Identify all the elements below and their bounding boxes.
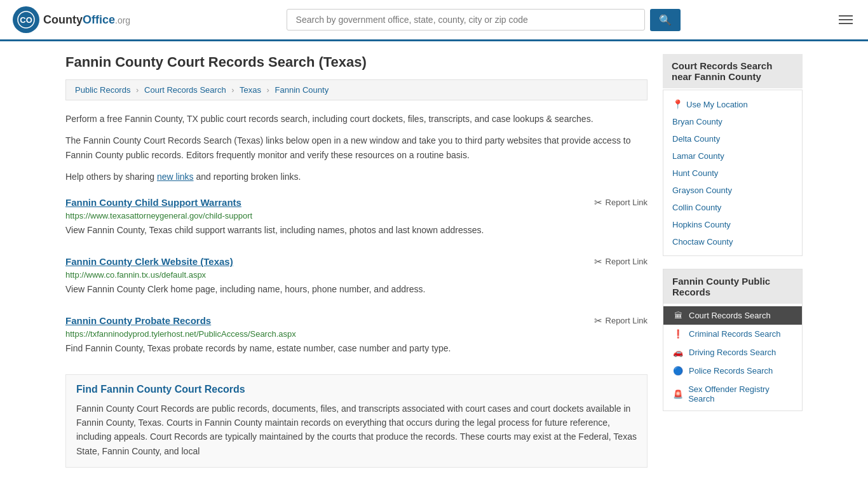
result-item: Fannin County Clerk Website (Texas) ✂ Re… xyxy=(65,256,648,302)
breadcrumb-texas[interactable]: Texas xyxy=(240,85,261,95)
result-link-0[interactable]: Fannin County Child Support Warrants xyxy=(65,197,241,208)
sidebar-record-driving[interactable]: 🚗 Driving Records Search xyxy=(663,343,802,362)
sidebar-item-hunt[interactable]: Hunt County xyxy=(663,165,802,182)
result-item: Fannin County Probate Records ✂ Report L… xyxy=(65,315,648,362)
description-2: The Fannin County Court Records Search (… xyxy=(65,133,648,162)
new-links[interactable]: new links xyxy=(157,172,194,182)
description-3: Help others by sharing new links and rep… xyxy=(65,170,648,184)
logo[interactable]: CO CountyOffice.org xyxy=(13,6,130,33)
result-link-1[interactable]: Fannin County Clerk Website (Texas) xyxy=(65,256,233,267)
breadcrumb-fannin[interactable]: Fannin County xyxy=(275,85,329,95)
result-title-row: Fannin County Probate Records ✂ Report L… xyxy=(65,315,648,327)
menu-icon-line xyxy=(839,15,853,17)
result-desc-2: Find Fannin County, Texas probate record… xyxy=(65,342,648,355)
sidebar-item-lamar[interactable]: Lamar County xyxy=(663,147,802,165)
sidebar-public: Fannin County Public Records 🏛 Court Rec… xyxy=(663,269,803,411)
description-3-prefix: Help others by sharing xyxy=(65,172,157,182)
report-icon: ✂ xyxy=(594,256,602,268)
logo-text: CountyOffice.org xyxy=(43,13,130,27)
sidebar-item-grayson[interactable]: Grayson County xyxy=(663,182,802,199)
report-icon: ✂ xyxy=(594,197,602,208)
report-label-1: Report Link xyxy=(606,257,648,266)
site-header: CO CountyOffice.org 🔍 xyxy=(0,0,868,41)
report-label-0: Report Link xyxy=(606,198,648,207)
breadcrumb-public-records[interactable]: Public Records xyxy=(75,85,130,95)
sidebar-public-header: Fannin County Public Records xyxy=(663,269,802,304)
result-desc-1: View Fannin County Clerk home page, incl… xyxy=(65,283,648,296)
sidebar-record-criminal[interactable]: ❗ Criminal Records Search xyxy=(663,325,802,343)
sidebar-item-bryan[interactable]: Bryan County xyxy=(663,113,802,130)
logo-icon: CO xyxy=(13,6,39,33)
sidebar-record-sex-offender-link[interactable]: Sex Offender Registry Search xyxy=(688,384,793,403)
sidebar-item-choctaw[interactable]: Choctaw County xyxy=(663,233,802,250)
page-title: Fannin County Court Records Search (Texa… xyxy=(65,54,648,71)
svg-text:CO: CO xyxy=(20,15,32,25)
find-desc: Fannin County Court Records are public r… xyxy=(76,402,637,459)
description-1: Perform a free Fannin County, TX public … xyxy=(65,112,648,126)
sidebar-item-hopkins[interactable]: Hopkins County xyxy=(663,216,802,233)
sex-offender-icon: 🚨 xyxy=(672,390,683,399)
description-3-suffix: and reporting broken links. xyxy=(194,172,301,182)
search-input[interactable] xyxy=(287,9,645,30)
report-label-2: Report Link xyxy=(606,316,648,325)
search-area: 🔍 xyxy=(287,9,681,31)
report-link-2[interactable]: ✂ Report Link xyxy=(594,315,648,327)
result-url-2: https://txfanninodyprod.tylerhost.net/Pu… xyxy=(65,329,648,339)
sidebar-record-court[interactable]: 🏛 Court Records Search xyxy=(663,306,802,325)
breadcrumb-sep: › xyxy=(267,85,269,95)
sidebar-record-court-link[interactable]: Court Records Search xyxy=(689,311,771,320)
menu-button[interactable] xyxy=(836,13,855,27)
menu-icon-line xyxy=(839,19,853,20)
find-title: Find Fannin County Court Records xyxy=(76,384,637,395)
result-url-0: https://www.texasattorneygeneral.gov/chi… xyxy=(65,211,648,220)
driving-icon: 🚗 xyxy=(672,348,684,357)
page-container: Fannin County Court Records Search (Texa… xyxy=(53,41,815,480)
sidebar-record-police-link[interactable]: Police Records Search xyxy=(689,366,773,376)
result-title-row: Fannin County Clerk Website (Texas) ✂ Re… xyxy=(65,256,648,268)
sidebar-record-items: 🏛 Court Records Search ❗ Criminal Record… xyxy=(663,304,802,410)
use-location-label: Use My Location xyxy=(686,100,748,109)
breadcrumb-sep: › xyxy=(231,85,234,95)
sidebar-record-sex-offender[interactable]: 🚨 Sex Offender Registry Search xyxy=(663,380,802,408)
sidebar-item-collin[interactable]: Collin County xyxy=(663,199,802,216)
sidebar-item-delta[interactable]: Delta County xyxy=(663,130,802,147)
report-icon: ✂ xyxy=(594,315,602,327)
menu-icon-line xyxy=(839,23,853,24)
location-icon: 📍 xyxy=(672,99,683,109)
report-link-0[interactable]: ✂ Report Link xyxy=(594,197,648,208)
result-desc-0: View Fannin County, Texas child support … xyxy=(65,224,648,237)
main-content: Fannin County Court Records Search (Texa… xyxy=(65,54,648,468)
report-link-1[interactable]: ✂ Report Link xyxy=(594,256,648,268)
police-icon: 🔵 xyxy=(672,366,684,376)
search-icon: 🔍 xyxy=(659,15,672,25)
search-button[interactable]: 🔍 xyxy=(650,9,681,31)
sidebar-nearby-header: Court Records Search near Fannin County xyxy=(663,54,803,88)
sidebar-record-driving-link[interactable]: Driving Records Search xyxy=(689,348,776,357)
result-url-1: http://www.co.fannin.tx.us/default.aspx xyxy=(65,270,648,280)
court-icon: 🏛 xyxy=(672,311,684,320)
criminal-icon: ❗ xyxy=(672,329,684,339)
result-item: Fannin County Child Support Warrants ✂ R… xyxy=(65,197,648,243)
result-link-2[interactable]: Fannin County Probate Records xyxy=(65,315,211,326)
breadcrumb-sep: › xyxy=(136,85,139,95)
breadcrumb-court-records[interactable]: Court Records Search xyxy=(144,85,226,95)
sidebar-nearby-section: Court Records Search near Fannin County … xyxy=(663,54,803,256)
sidebar-record-police[interactable]: 🔵 Police Records Search xyxy=(663,362,802,380)
sidebar: Court Records Search near Fannin County … xyxy=(663,54,803,468)
breadcrumb: Public Records › Court Records Search › … xyxy=(65,79,648,100)
use-location[interactable]: 📍 Use My Location xyxy=(663,95,802,113)
sidebar-public-section: Fannin County Public Records 🏛 Court Rec… xyxy=(663,269,803,411)
sidebar-record-criminal-link[interactable]: Criminal Records Search xyxy=(689,329,781,339)
result-title-row: Fannin County Child Support Warrants ✂ R… xyxy=(65,197,648,208)
sidebar-nearby-links: 📍 Use My Location Bryan County Delta Cou… xyxy=(663,90,803,256)
find-section: Find Fannin County Court Records Fannin … xyxy=(65,374,648,468)
